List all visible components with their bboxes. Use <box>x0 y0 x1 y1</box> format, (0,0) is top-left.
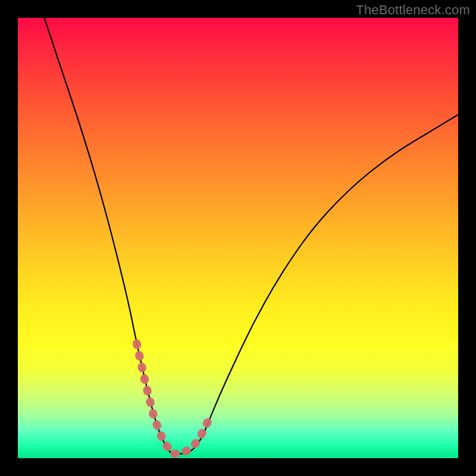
trough-highlight <box>137 344 212 454</box>
plot-area <box>18 18 458 458</box>
bottleneck-curve <box>44 18 458 454</box>
watermark-text: TheBottleneck.com <box>356 2 470 18</box>
chart-svg <box>18 18 458 458</box>
outer-frame: TheBottleneck.com <box>0 0 476 476</box>
